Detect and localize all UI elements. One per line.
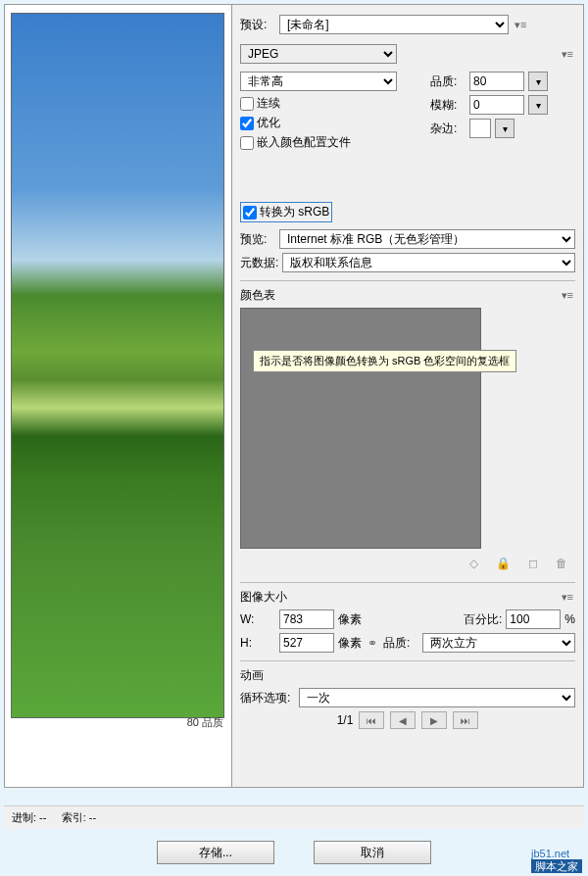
ct-trash-icon[interactable]: 🗑: [556, 557, 567, 570]
metadata-label: 元数据:: [240, 255, 278, 271]
width-label: W:: [240, 612, 275, 626]
loop-select[interactable]: 一次: [299, 688, 575, 707]
ct-new-icon[interactable]: ◻: [528, 557, 538, 570]
quality-stepper[interactable]: ▾: [528, 72, 548, 91]
matte-label: 杂边:: [430, 121, 466, 137]
blur-input[interactable]: [469, 95, 524, 115]
blur-stepper[interactable]: ▾: [528, 95, 548, 115]
color-table-area: [240, 308, 481, 549]
embed-profile-checkbox[interactable]: 嵌入颜色配置文件: [240, 134, 420, 151]
image-preview: [11, 13, 224, 718]
image-size-label: 图像大小: [240, 589, 287, 606]
percent-input[interactable]: [506, 609, 561, 629]
blur-label: 模糊:: [430, 97, 466, 114]
prev-frame-button[interactable]: ◀: [390, 711, 416, 729]
animation-label: 动画: [240, 667, 264, 684]
last-frame-button[interactable]: ⏭: [453, 711, 478, 729]
ct-lock-icon[interactable]: 🔒: [496, 557, 511, 570]
preset-menu-icon[interactable]: ▾≡: [513, 19, 528, 31]
page-indicator: 1/1: [337, 713, 354, 727]
preset-select[interactable]: [未命名]: [279, 15, 509, 34]
metadata-select[interactable]: 版权和联系信息: [282, 253, 575, 272]
image-size-menu-icon[interactable]: ▾≡: [560, 591, 575, 604]
quality-preset-select[interactable]: 非常高: [240, 72, 397, 91]
resample-select[interactable]: 两次立方: [422, 633, 575, 653]
color-table-toolbar: ◇ 🔒 ◻ 🗑: [240, 553, 575, 574]
matte-swatch[interactable]: [469, 119, 491, 138]
quality-label: 品质:: [430, 73, 466, 90]
preview-srgb-select[interactable]: Internet 标准 RGB（无色彩管理）: [279, 229, 575, 249]
convert-srgb-checkbox[interactable]: 转换为 sRGB: [240, 202, 332, 222]
preset-label: 预设:: [240, 17, 275, 33]
link-dimensions-icon[interactable]: ⚭: [366, 636, 379, 650]
cancel-button[interactable]: 取消: [314, 841, 431, 864]
resample-label: 品质:: [383, 635, 418, 652]
preview-srgb-label: 预览:: [240, 231, 275, 248]
width-input[interactable]: [279, 609, 334, 629]
color-table-menu-icon[interactable]: ▾≡: [560, 289, 575, 302]
optimize-checkbox[interactable]: 优化: [240, 115, 420, 131]
save-button[interactable]: 存储...: [157, 841, 274, 864]
height-label: H:: [240, 636, 275, 650]
status-bar: 进制: -- 索引: --: [4, 805, 584, 829]
preview-panel: 80 品质: [5, 5, 232, 787]
height-input[interactable]: [279, 633, 334, 653]
index-status: 索引: --: [62, 811, 96, 823]
quality-input[interactable]: [469, 72, 524, 91]
progress-status: 进制: --: [12, 811, 46, 823]
srgb-tooltip: 指示是否将图像颜色转换为 sRGB 色彩空间的复选框: [253, 350, 516, 372]
preview-quality-tag: 80 品质: [187, 715, 223, 730]
watermark: jb51.net 脚本之家: [531, 848, 582, 874]
percent-unit: %: [564, 612, 575, 626]
percent-label: 百分比:: [464, 611, 502, 628]
height-unit: 像素: [338, 635, 362, 652]
next-frame-button[interactable]: ▶: [421, 711, 447, 729]
format-select[interactable]: JPEG: [240, 44, 397, 64]
width-unit: 像素: [338, 611, 362, 628]
matte-dropdown[interactable]: ▾: [495, 119, 514, 138]
color-table-label: 颜色表: [240, 287, 275, 304]
ct-eyedropper-icon[interactable]: ◇: [469, 557, 478, 570]
progressive-checkbox[interactable]: 连续: [240, 95, 420, 112]
first-frame-button[interactable]: ⏮: [359, 711, 384, 729]
format-menu-icon[interactable]: ▾≡: [560, 48, 575, 61]
settings-panel: 预设: [未命名] ▾≡ JPEG ▾≡ 非常高 连续 优化 嵌入颜色配置: [232, 5, 583, 787]
loop-label: 循环选项:: [240, 690, 295, 706]
